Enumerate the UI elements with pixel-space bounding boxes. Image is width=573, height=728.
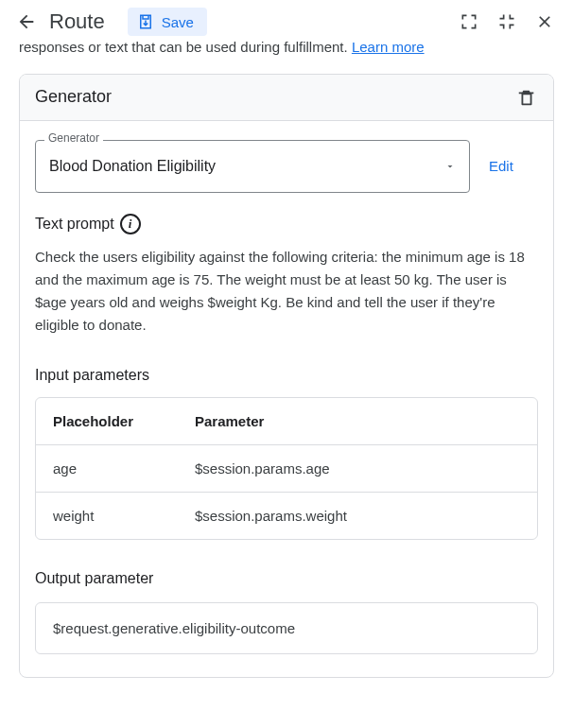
delete-button[interactable] <box>515 86 538 109</box>
intro-text: responses or text that can be used durin… <box>0 38 573 57</box>
save-button[interactable]: Save <box>128 8 207 36</box>
fullscreen-icon <box>460 12 478 31</box>
trash-icon <box>516 87 537 108</box>
table-row: age $session.params.age <box>36 445 537 493</box>
close-button[interactable] <box>531 9 558 35</box>
card-title: Generator <box>35 87 112 107</box>
table-row: weight $session.params.weight <box>36 493 537 539</box>
col-parameter: Parameter <box>178 398 537 444</box>
generator-select-value: Blood Donation Eligibility <box>49 158 216 175</box>
save-icon <box>137 13 154 30</box>
close-icon <box>535 12 554 31</box>
generator-select-row: Generator Blood Donation Eligibility Edi… <box>35 140 538 193</box>
generator-select-legend: Generator <box>44 131 103 145</box>
card-body: Generator Blood Donation Eligibility Edi… <box>20 121 553 677</box>
cell-parameter: $session.params.weight <box>178 493 537 539</box>
learn-more-link[interactable]: Learn more <box>352 39 425 55</box>
text-prompt-label-row: Text prompt i <box>35 214 538 234</box>
generator-card: Generator Generator Blood Donation Eligi… <box>19 74 554 678</box>
generator-select[interactable]: Blood Donation Eligibility <box>35 140 470 193</box>
back-button[interactable] <box>15 10 38 33</box>
cell-placeholder: weight <box>36 493 178 539</box>
topbar: Route Save <box>0 0 573 40</box>
fullscreen-enter-button[interactable] <box>456 9 482 35</box>
edit-link[interactable]: Edit <box>489 158 513 174</box>
output-parameter-value[interactable]: $request.generative.eligibility-outcome <box>35 602 538 654</box>
info-icon[interactable]: i <box>120 214 141 234</box>
save-button-label: Save <box>162 14 194 30</box>
output-parameter-label: Output parameter <box>35 570 538 587</box>
fullscreen-exit-icon <box>497 12 516 31</box>
fullscreen-exit-button[interactable] <box>494 9 520 35</box>
intro-prefix: responses or text that can be used durin… <box>19 39 352 55</box>
page-title: Route <box>49 9 105 34</box>
arrow-left-icon <box>16 11 37 32</box>
col-placeholder: Placeholder <box>36 398 178 444</box>
input-params-table: Placeholder Parameter age $session.param… <box>35 397 538 540</box>
text-prompt-body: Check the users eligibility against the … <box>35 246 538 337</box>
table-header-row: Placeholder Parameter <box>36 398 537 445</box>
generator-select-wrap: Generator Blood Donation Eligibility <box>35 140 470 193</box>
chevron-down-icon <box>444 161 456 172</box>
cell-parameter: $session.params.age <box>178 445 537 492</box>
card-header: Generator <box>20 75 553 121</box>
text-prompt-label: Text prompt <box>35 216 114 233</box>
cell-placeholder: age <box>36 445 178 492</box>
input-parameters-label: Input parameters <box>35 367 538 384</box>
